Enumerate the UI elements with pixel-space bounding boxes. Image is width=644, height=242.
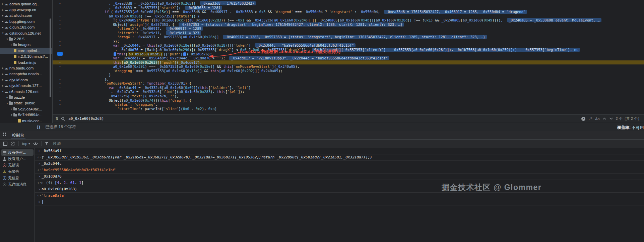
chevron-down-icon: ▾: [28, 142, 30, 145]
chevron-right-icon[interactable]: ▸: [1, 84, 4, 87]
tree-item-domain[interactable]: ▸☁admin.qidian.qq..: [0, 1, 52, 7]
chevron-right-icon[interactable]: ▸: [1, 78, 4, 81]
inline-breakpoint-icon[interactable]: [183, 52, 186, 56]
chevron-down-icon[interactable]: ▾: [1, 90, 4, 93]
chevron-right-icon[interactable]: ▸: [1, 8, 4, 11]
breakpoint-gutter-line[interactable]: -: [53, 81, 67, 86]
regex-toggle-icon[interactable]: .*: [588, 116, 592, 121]
breakpoint-gutter-line[interactable]: -: [53, 64, 67, 69]
tree-item-domain[interactable]: ▸☁app.wowpop.cn: [0, 7, 52, 12]
tree-item-file[interactable]: core-optimi...: [0, 48, 52, 53]
chevron-down-icon[interactable]: ▾: [6, 38, 9, 41]
tree-item-domain[interactable]: ▾☁s6.music.126.net: [0, 89, 52, 94]
toggle-replace-icon[interactable]: ⇅: [55, 116, 58, 121]
navigator-scrollbar[interactable]: [50, 18, 51, 97]
panel-grid-icon[interactable]: [3, 133, 4, 134]
tree-item-domain[interactable]: ▸☁qiyukf.nosdn.127...: [0, 83, 52, 88]
breakpoint-gutter-line[interactable]: -: [53, 1, 67, 6]
search-input[interactable]: [68, 116, 579, 121]
editor-code[interactable]: traceData的值根据 atmostraceData 的值处理得到 , _0…: [67, 0, 644, 114]
chevron-right-icon[interactable]: ▸: [1, 14, 4, 17]
breakpoint-gutter-line[interactable]: -: [53, 107, 67, 111]
breakpoint-gutter-line[interactable]: -: [53, 77, 67, 82]
tree-item-domain[interactable]: ▸☁hm.baidu.com: [0, 65, 52, 71]
chevron-right-icon[interactable]: ▸: [6, 96, 9, 99]
pretty-print-button[interactable]: {}: [36, 125, 41, 129]
tree-item-domain[interactable]: ▾☁cstaticdun.126.net: [0, 30, 52, 36]
chevron-down-icon[interactable]: ▾: [6, 102, 9, 105]
console-filter-verbose[interactable]: 无详细消息: [1, 181, 34, 188]
breakpoint-gutter-line[interactable]: -: [53, 94, 67, 98]
tree-item-domain[interactable]: ▸☁qiyukf.com: [0, 77, 52, 83]
breakpoint-gutter-line[interactable]: -: [53, 52, 67, 56]
breakpoint-gutter-line[interactable]: -: [53, 14, 67, 18]
eye-icon[interactable]: [33, 142, 38, 145]
filter-funnel-icon[interactable]: [45, 142, 49, 145]
chevron-right-icon[interactable]: ▸: [1, 20, 4, 23]
chevron-right-icon[interactable]: ▸: [1, 26, 4, 29]
breakpoint-gutter-line[interactable]: -: [53, 18, 67, 22]
tree-item-domain[interactable]: ▸☁c.dun.163.com: [0, 25, 52, 30]
prompt-chevron-icon: ›: [37, 174, 42, 179]
breakpoint-gutter-line[interactable]: -: [53, 22, 67, 27]
text-caret: [42, 200, 43, 204]
chevron-right-icon[interactable]: ▸: [10, 43, 13, 46]
previous-match-icon[interactable]: [602, 117, 606, 120]
match-case-toggle-icon[interactable]: Aa: [595, 117, 599, 121]
breakpoint-gutter-line[interactable]: -: [53, 60, 67, 65]
chevron-down-icon[interactable]: ▾: [10, 113, 13, 116]
breakpoint-gutter-line[interactable]: -: [53, 102, 67, 107]
domain-icon: ☁: [4, 78, 9, 82]
search-result-count: 2 个（共 2 个）: [616, 116, 641, 121]
tree-item-folder[interactable]: ▾2.28.5: [0, 36, 52, 42]
breakpoint-gutter-line[interactable]: -: [53, 35, 67, 39]
breakpoint-gutter-line[interactable]: -: [53, 6, 67, 10]
console-filter-warning[interactable]: 无警告: [1, 168, 34, 175]
breakpoint-gutter-line[interactable]: -: [53, 56, 67, 60]
clear-search-icon[interactable]: [581, 117, 585, 121]
tree-item-domain[interactable]: ▸☁bqq.gtimg.com: [0, 18, 52, 24]
tree-item-file[interactable]: load.min.js: [0, 59, 52, 65]
breakpoint-gutter-line[interactable]: -: [53, 90, 67, 94]
chevron-right-icon[interactable]: ▸: [1, 72, 4, 76]
chevron-right-icon[interactable]: ▸: [10, 107, 13, 110]
breakpoint-gutter-line[interactable]: -: [53, 48, 67, 52]
breakpoint-gutter-line[interactable]: -: [53, 98, 67, 103]
chevron-right-icon[interactable]: ▸: [1, 66, 4, 69]
breakpoint-gutter-line[interactable]: -: [53, 69, 67, 73]
inline-breakpoint-icon[interactable]: [114, 52, 116, 56]
console-filter-info[interactable]: 无信息: [1, 175, 34, 181]
tree-item-file[interactable]: music-cor...: [0, 118, 52, 123]
chevron-down-icon[interactable]: ▾: [1, 32, 4, 35]
breakpoint-gutter-line[interactable]: -: [53, 31, 67, 35]
tree-item-folder[interactable]: ▾5e7dd9894c...: [0, 112, 52, 117]
console-filter-messages[interactable]: 没有任何…: [1, 149, 34, 156]
tree-item-domain[interactable]: ▸☁at.alicdn.com: [0, 13, 52, 18]
tree-item-folder[interactable]: ▸5c25ca49ac...: [0, 106, 52, 112]
clear-console-icon[interactable]: [11, 142, 15, 146]
breakpoint-gutter-line[interactable]: -: [53, 39, 67, 44]
console-filter-error[interactable]: 无错误: [1, 162, 34, 168]
tree-item-domain[interactable]: ▸☁necaptcha.nosdn...: [0, 71, 52, 77]
console-sidebar-toggle-icon[interactable]: [3, 142, 7, 146]
tree-item-folder[interactable]: ▸puzzle: [0, 94, 52, 100]
next-match-icon[interactable]: [609, 117, 613, 120]
chevron-right-icon[interactable]: ▸: [1, 2, 4, 5]
eval-value-chip: Math['round'](_0x557353['clientY'] - _0x…: [312, 48, 580, 52]
breakpoint-gutter-line[interactable]: -: [53, 73, 67, 77]
tab-console[interactable]: 控制台: [9, 131, 27, 139]
tree-item-folder[interactable]: ▸images: [0, 42, 52, 48]
console-filter-input[interactable]: [52, 141, 100, 146]
console-prompt-row[interactable]: ›: [35, 199, 644, 205]
eval-value-chip: _0x1e9e11 = 323: [166, 31, 201, 35]
console-filter-user[interactable]: 没有用户…: [1, 156, 34, 162]
breakpoint-gutter-line[interactable]: -: [53, 10, 67, 14]
context-selector[interactable]: top ▾: [22, 142, 30, 146]
tree-item-folder[interactable]: ▾static_public: [0, 100, 52, 106]
tree-item-file[interactable]: ir.2.0.10.min.js?...: [0, 54, 52, 59]
breakpoint-gutter-line[interactable]: -: [53, 43, 67, 48]
folder-icon: [9, 38, 13, 41]
breakpoint-gutter-line[interactable]: -: [53, 86, 67, 90]
console-messages[interactable]: ›_0x564a9f‹·ƒ _0x3855dc(_0x195362,_0x3ca…: [35, 148, 644, 242]
breakpoint-gutter-line[interactable]: -: [53, 27, 67, 31]
